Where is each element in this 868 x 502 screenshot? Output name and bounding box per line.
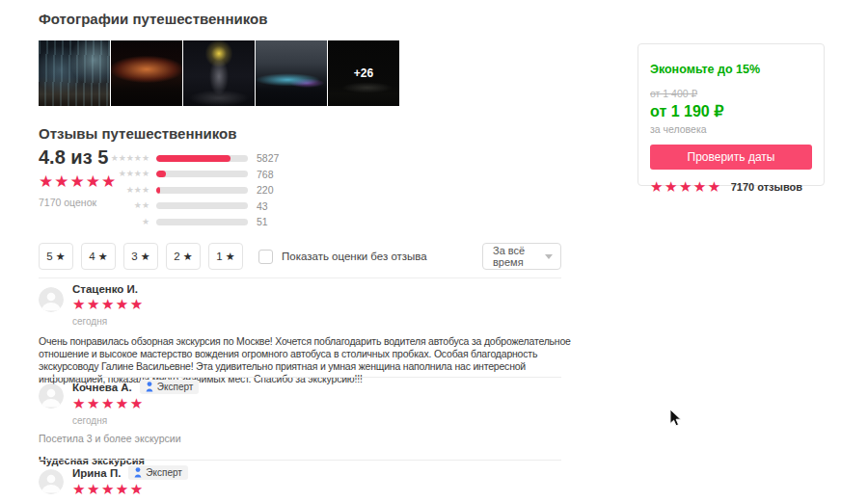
avatar <box>39 383 64 409</box>
black-star-icon <box>226 251 235 263</box>
traveler-photo-2[interactable] <box>111 40 182 106</box>
reviews-section-title: Отзывы путешественников <box>39 125 237 142</box>
rating-count: 43 <box>257 200 268 212</box>
filter-1-star[interactable]: 1 <box>208 243 243 270</box>
star-rating <box>72 482 188 498</box>
reviewer-name: Кочнева А. <box>72 382 132 393</box>
checkbox-label: Показать оценки без отзыва <box>282 251 427 262</box>
rating-bar-fill <box>156 187 160 194</box>
expert-badge: Эксперт <box>140 380 200 394</box>
filter-2-stars[interactable]: 2 <box>166 243 201 270</box>
expert-badge: Эксперт <box>128 465 188 480</box>
current-price: от 1 190 ₽ <box>650 102 812 120</box>
photo-gallery: +26 <box>39 40 399 106</box>
reviewer-visits: Посетила 3 и более экскурсии <box>39 433 577 444</box>
filter-5-stars[interactable]: 5 <box>39 243 73 270</box>
black-star-icon <box>183 251 193 263</box>
expert-icon <box>134 467 142 478</box>
reviewer-name: Стаценко И. <box>72 283 138 295</box>
breakdown-row-5: 5827 <box>108 150 279 167</box>
review-item: Кочнева А. Эксперт сегодня Посетила 3 и … <box>39 380 577 466</box>
rating-bar-track <box>156 219 248 225</box>
gray-stars-icon <box>108 218 156 226</box>
gray-stars-icon <box>108 186 156 195</box>
more-photos-tile[interactable]: +26 <box>328 40 399 106</box>
avatar <box>39 287 64 312</box>
more-photos-label: +26 <box>354 66 373 80</box>
rating-bar-fill <box>156 155 231 162</box>
breakdown-row-2: 43 <box>108 198 279 215</box>
expert-icon <box>146 382 153 392</box>
star-rating <box>72 297 145 313</box>
black-star-icon <box>56 251 66 263</box>
no-text-reviews-checkbox[interactable] <box>258 250 273 264</box>
discount-label: Экономьте до 15% <box>650 63 812 76</box>
rating-bar-track <box>156 187 248 194</box>
review-date: сегодня <box>72 316 145 327</box>
mouse-cursor <box>669 409 683 428</box>
reviewer-name: Ирина П. <box>72 467 121 479</box>
time-period-dropdown[interactable]: За всё время <box>482 243 561 270</box>
filter-3-stars[interactable]: 3 <box>123 243 158 270</box>
traveler-photo-3[interactable] <box>183 40 255 106</box>
review-date: сегодня <box>72 415 199 426</box>
divider <box>39 277 561 278</box>
rating-bar-track <box>156 202 248 209</box>
gray-stars-icon <box>108 154 156 163</box>
traveler-photo-1[interactable] <box>39 40 110 106</box>
reviews-count-link[interactable]: 7170 отзывов <box>731 181 802 193</box>
filter-4-stars[interactable]: 4 <box>81 243 116 270</box>
review-filters: 5 4 3 2 1 Показать оценки без отзыва За … <box>39 243 561 270</box>
review-item: Ирина П. Эксперт 1 день назад <box>39 465 577 502</box>
traveler-photo-4[interactable] <box>256 40 327 106</box>
divider <box>39 377 561 378</box>
booking-card: Экономьте до 15% от 1 400 ₽ от 1 190 ₽ з… <box>637 43 825 186</box>
star-rating <box>72 396 199 412</box>
rating-count: 220 <box>257 184 274 196</box>
per-person-label: за человека <box>650 123 812 135</box>
page: Фотографии путешественников +26 Отзывы п… <box>0 0 868 502</box>
rating-summary: 4.8 из 5 7170 оценок 5827 768 220 <box>39 146 386 208</box>
rating-breakdown: 5827 768 220 43 51 <box>108 150 279 230</box>
rating-count: 768 <box>257 169 274 180</box>
divider <box>39 460 561 461</box>
star-rating <box>650 179 722 194</box>
check-dates-button[interactable]: Проверить даты <box>650 145 812 170</box>
rating-bar-track <box>156 171 248 177</box>
breakdown-row-1: 51 <box>108 214 279 230</box>
chevron-down-icon <box>545 254 553 259</box>
gray-stars-icon <box>108 201 156 210</box>
photos-section-title: Фотографии путешественников <box>39 11 267 27</box>
breakdown-row-4: 768 <box>108 167 279 183</box>
rating-bar-fill <box>156 171 166 177</box>
rating-bar-track <box>156 155 248 162</box>
old-price: от 1 400 ₽ <box>650 88 812 99</box>
breakdown-row-3: 220 <box>108 182 279 198</box>
avatar <box>39 469 64 494</box>
black-star-icon <box>141 251 150 263</box>
review-item: Стаценко И. сегодня Очень понравилась об… <box>39 283 577 385</box>
rating-count: 51 <box>257 216 268 227</box>
rating-count: 5827 <box>257 152 279 164</box>
gray-stars-icon <box>108 170 156 178</box>
black-star-icon <box>98 251 108 263</box>
